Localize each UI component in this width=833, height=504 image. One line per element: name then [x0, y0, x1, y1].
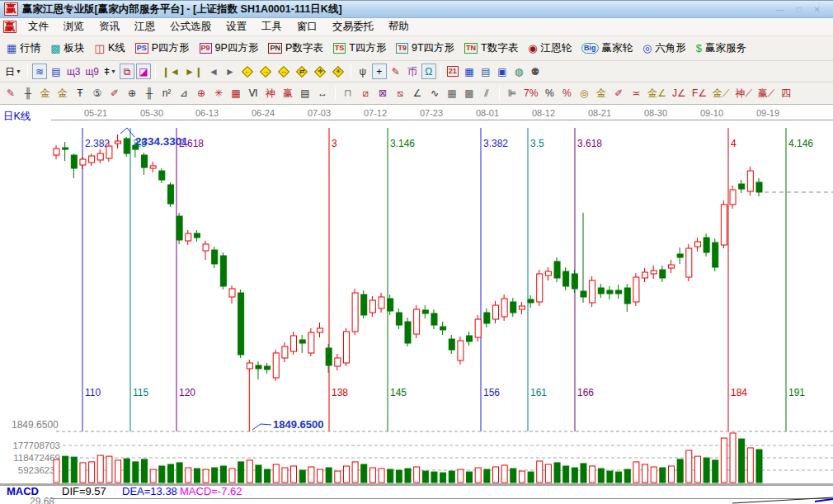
- f-angle-icon[interactable]: F∠: [690, 86, 708, 101]
- menu-item[interactable]: 浏览: [56, 18, 92, 35]
- shen-grid-icon[interactable]: 神: [263, 86, 278, 101]
- calendar-icon[interactable]: 21: [445, 64, 460, 79]
- reset-zoom-diamond[interactable]: ✳: [330, 64, 346, 79]
- star-web-icon[interactable]: ✳: [211, 86, 226, 101]
- toolbar-button-p-number-table[interactable]: PNP数字表: [265, 40, 326, 56]
- ruler123-icon[interactable]: ▤: [298, 86, 313, 101]
- toolbar-button-kline[interactable]: ◫K线: [92, 40, 129, 56]
- fan-box-red-icon[interactable]: ⧅: [393, 86, 407, 101]
- notebook-icon[interactable]: ▤: [478, 64, 493, 79]
- last-page-icon[interactable]: ►❙: [183, 64, 205, 79]
- ying-grid-icon[interactable]: 赢: [280, 86, 295, 101]
- toolbar-button-p-square[interactable]: PSP四方形: [132, 40, 193, 56]
- period-day-dropdown[interactable]: 日▼: [3, 64, 23, 79]
- pen-level-icon[interactable]: ✐: [611, 86, 626, 101]
- menu-item[interactable]: 江恩: [127, 18, 162, 35]
- ying-slash-icon[interactable]: 赢⟋: [756, 86, 776, 101]
- shen-slash-icon[interactable]: 神⟋: [733, 86, 753, 101]
- expand-all-diamond[interactable]: ✛: [312, 64, 328, 79]
- menu-item[interactable]: 帮助: [381, 18, 416, 35]
- j-angle-icon[interactable]: J∠: [671, 86, 688, 101]
- web-sync-icon[interactable]: ◍: [511, 64, 526, 79]
- angle-mirror-icon[interactable]: ⊿: [176, 86, 191, 101]
- hand-pan-icon[interactable]: ψ: [355, 64, 370, 79]
- pct-slash-icon[interactable]: 7%: [522, 86, 539, 101]
- spider-grid-icon[interactable]: ▦: [228, 86, 243, 101]
- titlebar[interactable]: 赢 赢家江恩专业版[赢家内部服务平台] - [上证指数 SH1A0001-111…: [0, 0, 833, 18]
- expand-h-diamond[interactable]: ↔: [275, 64, 292, 79]
- si-grid-icon[interactable]: 四: [779, 86, 793, 101]
- menu-item[interactable]: 资讯: [92, 18, 127, 35]
- kline-chart[interactable]: 05-2105-3006-1306-2407-0307-1207-2308-01…: [0, 105, 833, 504]
- tick-ruler-icon[interactable]: ╫: [21, 86, 35, 101]
- ma9-icon[interactable]: щ9: [83, 64, 101, 79]
- gann-flag-icon[interactable]: 币: [405, 64, 420, 79]
- gold-slash-icon[interactable]: 金⟋: [711, 86, 731, 101]
- next-bar-icon[interactable]: ►: [223, 64, 238, 79]
- band-wave-icon[interactable]: ≋: [32, 64, 47, 79]
- spiral5-icon[interactable]: ⑤: [90, 86, 105, 101]
- toolbar-button-hexagon[interactable]: ◎六角形: [639, 40, 689, 56]
- remote-user-icon[interactable]: ⚉: [528, 64, 543, 79]
- fan-lines-icon[interactable]: ⧄: [358, 86, 373, 101]
- polar-channel-icon[interactable]: Ω: [421, 64, 436, 79]
- pct-icon[interactable]: %: [542, 86, 557, 101]
- candle-marker-dropdown[interactable]: ǂ▼: [102, 64, 118, 79]
- gann-region-icon[interactable]: ⧉: [120, 64, 134, 79]
- menu-item[interactable]: 公式选股: [162, 18, 219, 35]
- measure-pen-icon[interactable]: ✎: [388, 64, 403, 79]
- brush-ruler-icon[interactable]: ✐: [107, 86, 122, 101]
- volume-bar: [343, 466, 349, 483]
- grid-dense-icon[interactable]: ▦: [445, 86, 459, 101]
- zigzag-icon[interactable]: ∿: [427, 86, 442, 101]
- scale-chart-icon[interactable]: ⊫: [505, 86, 520, 101]
- calculator-icon[interactable]: ▦: [462, 64, 477, 79]
- gann-box-icon[interactable]: ⊓: [341, 86, 355, 101]
- menu-item[interactable]: 交易委托: [325, 18, 381, 35]
- toolbar-button-ninep-square[interactable]: P99P四方形: [196, 40, 262, 56]
- toolbar-button-t-number-table[interactable]: TNT数字表: [461, 40, 521, 56]
- save-icon[interactable]: ▣: [495, 64, 510, 79]
- f-ruler-icon[interactable]: Ŧ: [73, 86, 87, 101]
- gold-level-icon[interactable]: 金: [594, 86, 609, 101]
- menu-item[interactable]: 文件: [21, 18, 56, 35]
- gold-grid2-icon[interactable]: 金: [55, 86, 70, 101]
- toolbar-button-sector-blocks[interactable]: ▩板块: [47, 40, 87, 56]
- circle-target-icon[interactable]: ⊕: [194, 86, 209, 101]
- brush-icon[interactable]: ✎: [3, 86, 18, 101]
- span-arrow-icon[interactable]: ↔: [315, 86, 330, 101]
- indicator-name[interactable]: MACD: [7, 485, 39, 497]
- pct-line-icon[interactable]: %: [559, 86, 574, 101]
- info-panel-icon[interactable]: ▤: [49, 64, 64, 79]
- crosshair-icon[interactable]: +: [372, 64, 387, 79]
- fan-box-purple-icon[interactable]: ⊠: [375, 86, 390, 101]
- n-square-icon[interactable]: n²: [159, 86, 174, 101]
- toolbar-button-gann-wheel[interactable]: ◉江恩轮: [525, 40, 575, 56]
- menu-item[interactable]: 工具: [254, 18, 289, 35]
- grid-dot-icon[interactable]: ▩: [462, 86, 477, 101]
- toolbar-button-winner-wheel[interactable]: Big赢家轮: [578, 40, 636, 56]
- toolbar-button-t-square[interactable]: TST四方形: [330, 40, 390, 56]
- ma3-icon[interactable]: щ3: [65, 64, 82, 79]
- shift-right-diamond[interactable]: →: [257, 64, 274, 79]
- ruler-icon[interactable]: ╫: [142, 86, 157, 101]
- toolbar-button-ninet-square[interactable]: T99T四方形: [393, 40, 458, 56]
- toolbar-button-winner-service[interactable]: $赢家服务: [693, 40, 750, 56]
- gold-ring-icon[interactable]: ◎: [577, 86, 591, 101]
- toolbar-button-quote-table[interactable]: ▦行情: [3, 40, 44, 56]
- menu-item[interactable]: 设置: [219, 18, 254, 35]
- k-mark-icon[interactable]: Ⅵ: [246, 86, 261, 101]
- angle-set-icon[interactable]: ∠: [410, 86, 425, 101]
- time-cycle-icon[interactable]: ⊕: [125, 86, 139, 101]
- compress-h-diamond[interactable]: ⇄: [294, 64, 310, 79]
- prev-bar-icon[interactable]: ◄: [206, 64, 221, 79]
- gold-grid-icon[interactable]: 金: [38, 86, 53, 101]
- parallel-lines-icon[interactable]: ⫽: [479, 86, 494, 101]
- shift-left-diamond[interactable]: ←: [239, 64, 256, 79]
- menu-item[interactable]: 窗口: [289, 18, 325, 35]
- volume-profile-icon[interactable]: ◪: [136, 64, 151, 79]
- wave-level-icon[interactable]: ≍: [628, 86, 643, 101]
- window-controls[interactable]: — □ ✕: [776, 5, 829, 14]
- first-page-icon[interactable]: ❙◄: [160, 64, 181, 79]
- gold-angle-icon[interactable]: 金∠: [646, 86, 668, 101]
